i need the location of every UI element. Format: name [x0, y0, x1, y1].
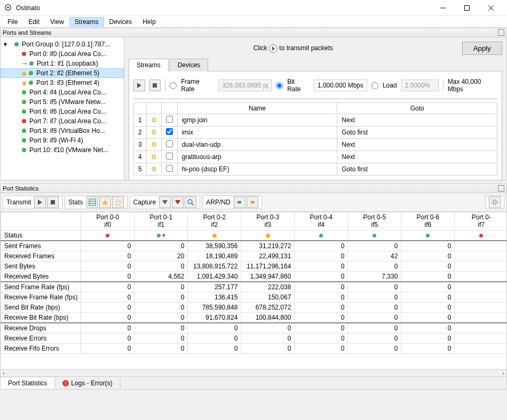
gear-icon[interactable]: ⚙ — [146, 163, 161, 176]
stats-row-header: Status — [1, 230, 81, 241]
svg-rect-7 — [153, 83, 157, 88]
close-button[interactable] — [479, 0, 503, 16]
stream-row[interactable]: 4⚙gratituous-arpNext — [134, 151, 497, 163]
svg-marker-8 — [38, 200, 42, 205]
stats-row-header: Sent Frames — [1, 241, 81, 251]
port-row-0[interactable]: Port 0: if0 (Local Area Co... — [1, 49, 124, 59]
transmit-stop-button[interactable] — [47, 196, 59, 208]
minimize-button[interactable] — [431, 0, 455, 16]
stream-enable-checkbox[interactable] — [166, 116, 173, 123]
toolbar-arpnd-label: ARP/ND — [206, 199, 230, 206]
play-button[interactable] — [133, 80, 145, 91]
arp-clear-button[interactable] — [247, 196, 258, 208]
svg-point-17 — [493, 201, 496, 204]
stats-col-header: Port 0-4if4 — [295, 212, 348, 231]
menu-help[interactable]: Help — [137, 17, 161, 27]
status-dot-icon — [22, 100, 26, 104]
bottom-tab-stats[interactable]: Port Statistics — [1, 378, 55, 389]
undock-icon[interactable] — [498, 29, 504, 36]
port-stats-header: Port Statistics — [3, 185, 38, 192]
frame-rate-radio[interactable] — [170, 82, 177, 89]
stream-row[interactable]: 2⚙imixGoto first — [134, 126, 497, 139]
toolbar-capture-label: Capture — [133, 199, 156, 206]
stats-clearall-button[interactable] — [112, 196, 124, 208]
stats-settings-button[interactable] — [489, 196, 501, 208]
stop-button[interactable] — [149, 80, 161, 91]
max-rate-label: Max 40,000 Mbps — [448, 78, 497, 93]
stats-clear-button[interactable] — [99, 196, 111, 208]
scroll-left-icon[interactable]: ‹ — [3, 370, 5, 376]
stream-enable-checkbox[interactable] — [166, 140, 173, 147]
gear-icon[interactable]: ⚙ — [146, 151, 161, 163]
stats-row-header: Sent Bytes — [1, 261, 81, 271]
svg-marker-13 — [102, 199, 108, 205]
transmit-play-button[interactable] — [34, 196, 46, 208]
gear-icon[interactable]: ⚙ — [146, 126, 161, 139]
stats-row-header: Send Bit Rate (bps) — [1, 302, 81, 312]
menu-streams[interactable]: Streams — [69, 17, 104, 27]
maximize-button[interactable] — [455, 0, 479, 16]
status-dot-icon — [22, 148, 26, 152]
port-row-4[interactable]: Port 4: if4 (Local Area Co... — [1, 88, 124, 97]
status-dot-icon — [29, 81, 33, 85]
stream-row[interactable]: 1⚙igmp joinNext — [134, 114, 497, 126]
stats-row-header: Receive Fifo Errors — [1, 343, 81, 353]
capture-start-button[interactable] — [159, 196, 171, 208]
port-row-6[interactable]: Port 6: if6 (Local Area Co... — [1, 107, 124, 116]
stream-row[interactable]: 3⚙dual-vlan-udpNext — [134, 139, 497, 151]
port-row-2[interactable]: ◉Port 2: if2 (Ethernet 5) — [1, 68, 124, 78]
tab-devices[interactable]: Devices — [170, 59, 209, 72]
port-row-9[interactable]: Port 9: if9 (Wi-Fi 4) — [1, 136, 124, 145]
svg-point-15 — [188, 200, 192, 204]
load-radio[interactable] — [371, 82, 378, 89]
stats-col-header: Port 0-3if3 — [241, 212, 295, 231]
capture-stop-button[interactable] — [172, 196, 184, 208]
port-row-10[interactable]: Port 10: if10 (VMware Net... — [1, 145, 124, 155]
error-icon: ! — [62, 380, 69, 386]
port-group-row[interactable]: ▾Port Group 0: [127.0.0.1]:787... — [1, 39, 124, 49]
stats-row-header: Receive Frame Rate (fps) — [1, 292, 81, 302]
svg-point-18 — [492, 200, 498, 205]
tab-streams[interactable]: Streams — [129, 59, 169, 72]
frame-rate-label: Frame Rate — [181, 78, 214, 93]
transmit-hint: Click to transmit packets — [129, 44, 458, 53]
status-dot-icon — [22, 109, 26, 114]
stats-row-header: Receive Drops — [1, 323, 81, 334]
stream-enable-checkbox[interactable] — [166, 153, 173, 160]
menu-view[interactable]: View — [45, 17, 69, 27]
stats-col-header: Port 0-if7 — [455, 212, 507, 231]
capture-view-button[interactable] — [185, 196, 196, 208]
port-row-1[interactable]: ⊸Port 1: if1 (Loopback) — [1, 59, 124, 68]
svg-point-1 — [7, 6, 9, 9]
load-input[interactable] — [401, 80, 439, 91]
stats-col-header: Port 0-6if6 — [401, 212, 455, 231]
port-row-3[interactable]: ◉Port 3: if3 (Ethernet 4) — [1, 78, 124, 88]
port-row-8[interactable]: Port 8: if8 (VirtualBox Ho... — [1, 126, 124, 136]
bit-rate-radio[interactable] — [276, 82, 283, 89]
bottom-tab-logs[interactable]: ! Logs - Error(s) — [55, 378, 120, 389]
status-dot-icon — [22, 129, 26, 133]
bit-rate-input[interactable] — [314, 80, 367, 91]
menu-file[interactable]: File — [2, 17, 23, 27]
arp-resolve-button[interactable] — [234, 196, 245, 208]
undock-stats-icon[interactable] — [498, 185, 504, 192]
menu-edit[interactable]: Edit — [23, 17, 45, 27]
radio-icon: ◉ — [22, 80, 27, 86]
stats-view-button[interactable] — [86, 196, 98, 208]
chevron-down-icon[interactable]: ▾ — [4, 41, 10, 48]
stream-enable-checkbox[interactable] — [166, 165, 173, 172]
gear-icon[interactable]: ⚙ — [146, 139, 161, 151]
stream-enable-checkbox[interactable] — [166, 128, 173, 135]
frame-rate-input[interactable] — [218, 80, 272, 91]
port-row-7[interactable]: Port 7: if7 (Local Area Co... — [1, 116, 124, 126]
play-hint-icon — [269, 44, 278, 53]
bit-rate-label: Bit Rate — [287, 78, 310, 93]
stream-row[interactable]: 5⚙hi-prio (dscp EF)Goto first — [134, 163, 497, 176]
stream-table: NameGoto1⚙igmp joinNext2⚙imixGoto first3… — [133, 102, 497, 176]
gear-icon[interactable]: ⚙ — [146, 114, 161, 126]
status-dot-icon — [22, 90, 26, 94]
apply-button[interactable]: Apply — [462, 42, 502, 55]
menu-devices[interactable]: Devices — [104, 17, 138, 27]
port-row-5[interactable]: Port 5: if5 (VMware Netw... — [1, 97, 124, 107]
scroll-right-icon[interactable]: › — [502, 370, 504, 376]
